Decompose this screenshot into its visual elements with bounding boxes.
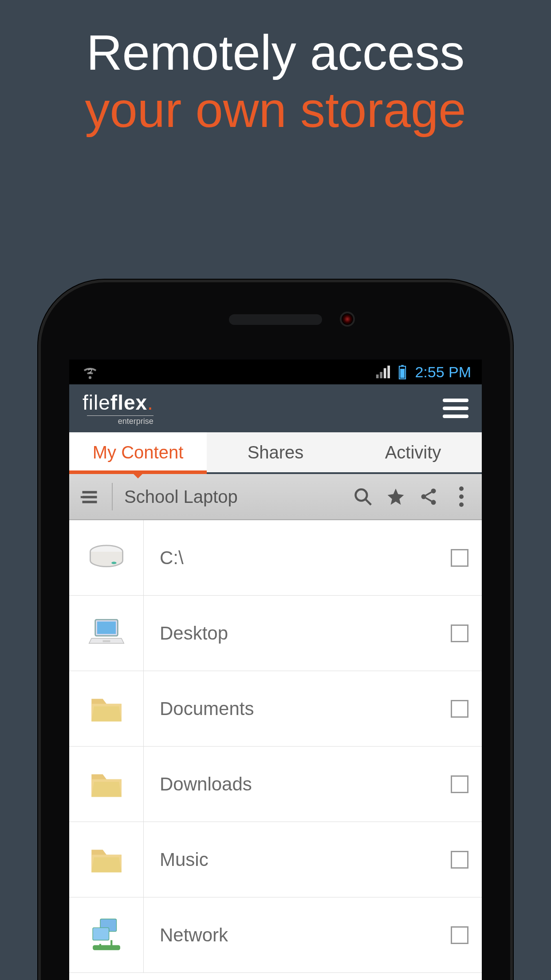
svg-line-5 [366,499,371,505]
item-name: Desktop [144,623,437,644]
network-icon [69,897,144,972]
list-item[interactable]: Downloads [69,747,482,822]
logo-text: fileflex. [83,391,153,415]
svg-point-12 [111,561,116,564]
drive-icon [69,520,144,595]
headline-line2: your own storage [0,82,551,139]
more-icon[interactable] [451,486,472,507]
tab-my-content[interactable]: My Content [69,432,207,472]
svg-rect-14 [97,621,115,634]
breadcrumb-title[interactable]: School Laptop [124,487,341,507]
folder-icon [69,747,144,822]
item-checkbox[interactable] [451,851,468,869]
item-name: Documents [144,698,437,719]
list-item[interactable]: Network [69,897,482,973]
item-checkbox[interactable] [451,700,468,718]
share-icon[interactable] [418,486,439,507]
nav-list-icon[interactable] [79,486,100,507]
svg-rect-15 [102,640,110,642]
list-item[interactable]: Documents [69,671,482,747]
list-item[interactable]: Desktop [69,596,482,671]
status-bar: ? 2:55 PM [69,360,482,384]
wifi-icon: ? [82,364,98,380]
svg-rect-2 [401,365,404,366]
phone-camera [340,312,355,327]
tab-activity[interactable]: Activity [344,432,482,472]
star-icon[interactable] [385,486,406,507]
search-icon[interactable] [352,486,374,507]
toolbar: School Laptop [69,474,482,520]
svg-rect-17 [93,928,109,940]
file-list: C:\ Desktop Documents [69,520,482,973]
svg-point-6 [431,489,436,494]
battery-icon [398,364,407,379]
item-checkbox[interactable] [451,549,468,567]
item-name: Downloads [144,774,437,795]
menu-icon[interactable] [443,399,468,418]
svg-point-8 [431,500,436,505]
item-name: Music [144,849,437,870]
item-checkbox[interactable] [451,926,468,944]
svg-rect-18 [93,945,120,950]
status-clock: 2:55 PM [415,364,471,381]
laptop-icon [69,596,144,671]
item-checkbox[interactable] [451,624,468,642]
folder-icon [69,671,144,746]
phone-screen: ? 2:55 PM fileflex. enterprise My Conten… [69,360,482,980]
tab-label: Activity [385,443,441,462]
app-header: fileflex. enterprise [69,384,482,432]
headline-line1: Remotely access [0,24,551,82]
list-item[interactable]: Music [69,822,482,897]
list-item[interactable]: C:\ [69,520,482,596]
svg-line-9 [426,492,432,495]
tab-shares[interactable]: Shares [207,432,344,472]
item-checkbox[interactable] [451,775,468,793]
folder-icon [69,822,144,897]
item-name: Network [144,925,437,946]
toolbar-divider [112,483,113,510]
svg-point-4 [356,490,367,501]
marketing-headline: Remotely access your own storage [0,0,551,139]
tab-label: My Content [93,443,184,462]
tab-label: Shares [248,443,304,462]
signal-icon [375,364,390,379]
svg-point-7 [421,494,426,499]
svg-rect-3 [400,369,405,378]
logo-subtitle: enterprise [87,415,153,426]
tab-bar: My Content Shares Activity [69,432,482,474]
svg-text:?: ? [88,367,92,376]
item-name: C:\ [144,547,437,569]
svg-line-10 [426,498,432,501]
phone-frame: ? 2:55 PM fileflex. enterprise My Conten… [38,280,513,980]
app-logo: fileflex. enterprise [83,391,153,426]
phone-earpiece [229,314,322,325]
